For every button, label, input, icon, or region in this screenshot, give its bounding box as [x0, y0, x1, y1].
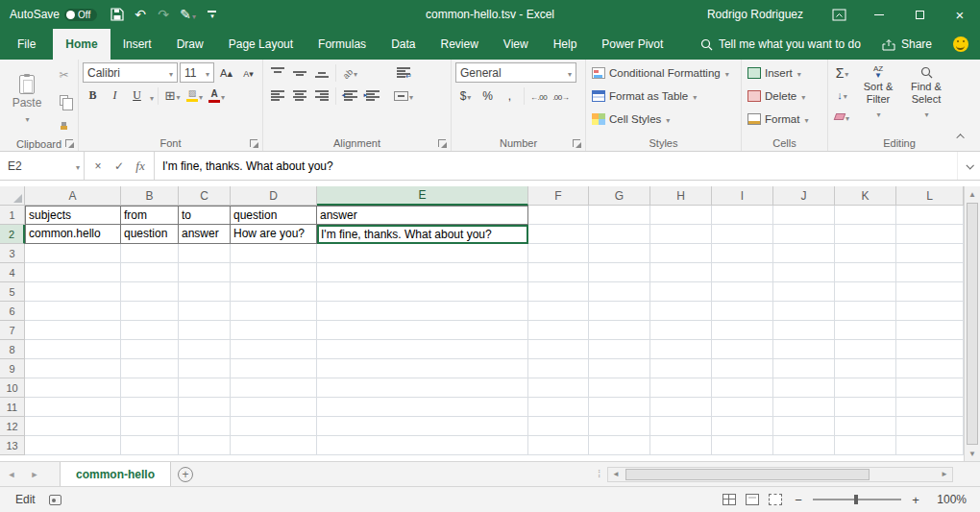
cell-C5[interactable]	[179, 282, 231, 302]
name-box[interactable]: E2	[0, 152, 85, 180]
cell-K12[interactable]	[835, 417, 896, 436]
cell-I1[interactable]	[712, 206, 773, 225]
cell-E11[interactable]	[317, 398, 528, 417]
cell-C11[interactable]	[179, 398, 231, 417]
cell-J8[interactable]	[773, 340, 835, 359]
cell-J13[interactable]	[773, 436, 835, 455]
ribbon-tab-draw[interactable]: Draw	[164, 29, 216, 60]
column-header-E[interactable]: E	[317, 186, 528, 206]
tab-splitter[interactable]: ⁞	[598, 469, 601, 479]
cell-styles-button[interactable]: Cell Styles	[590, 109, 737, 129]
increase-indent-button[interactable]	[362, 85, 382, 106]
user-name[interactable]: Rodrigo Rodriguez	[707, 8, 803, 21]
horizontal-scroll-thumb[interactable]	[625, 469, 870, 480]
cell-L13[interactable]	[896, 436, 964, 455]
cell-F2[interactable]	[528, 225, 589, 244]
cell-E12[interactable]	[317, 417, 528, 436]
cell-H4[interactable]	[650, 263, 712, 282]
pen-button[interactable]: ✎	[180, 5, 196, 24]
cell-B9[interactable]	[121, 359, 179, 378]
font-dialog-launcher[interactable]	[250, 139, 257, 147]
cell-F4[interactable]	[528, 263, 589, 282]
cell-B3[interactable]	[121, 244, 179, 263]
cell-K13[interactable]	[835, 436, 896, 455]
cell-H7[interactable]	[650, 321, 712, 340]
horizontal-scrollbar[interactable]: ◄ ►	[607, 467, 953, 482]
row-header-6[interactable]: 6	[0, 302, 25, 321]
cell-F1[interactable]	[528, 206, 589, 225]
cell-J11[interactable]	[773, 398, 835, 417]
cell-A1[interactable]: subjects	[25, 206, 121, 225]
new-sheet-button[interactable]: +	[171, 467, 200, 482]
cell-G2[interactable]	[589, 225, 650, 244]
select-all-button[interactable]	[0, 186, 25, 206]
ribbon-display-options-button[interactable]	[819, 0, 859, 29]
cell-A9[interactable]	[25, 359, 121, 378]
cell-L12[interactable]	[896, 417, 964, 436]
fill-color-button[interactable]	[184, 85, 205, 106]
cell-H12[interactable]	[650, 417, 712, 436]
cell-J7[interactable]	[773, 321, 835, 340]
number-format-select[interactable]: General	[455, 62, 576, 83]
align-center-button[interactable]	[289, 85, 309, 106]
cell-G11[interactable]	[589, 398, 650, 417]
align-middle-button[interactable]	[289, 62, 309, 83]
row-header-2[interactable]: 2	[0, 225, 25, 244]
cell-D12[interactable]	[231, 417, 317, 436]
cell-D4[interactable]	[231, 263, 317, 282]
cancel-button[interactable]: ×	[88, 157, 108, 176]
cell-E3[interactable]	[317, 244, 528, 263]
cell-G12[interactable]	[589, 417, 650, 436]
insert-cells-button[interactable]: Insert	[746, 62, 823, 83]
clear-button[interactable]	[832, 107, 852, 127]
row-header-3[interactable]: 3	[0, 244, 25, 263]
column-header-A[interactable]: A	[25, 186, 121, 206]
feedback-smiley-button[interactable]	[953, 37, 968, 52]
cell-K10[interactable]	[835, 378, 896, 398]
cell-D3[interactable]	[231, 244, 317, 263]
cell-J1[interactable]	[773, 206, 835, 225]
cell-H13[interactable]	[650, 436, 712, 455]
cell-A2[interactable]: common.hello	[25, 225, 121, 244]
cell-C12[interactable]	[179, 417, 231, 436]
cell-A13[interactable]	[25, 436, 121, 455]
cell-G4[interactable]	[589, 263, 650, 282]
cell-A12[interactable]	[25, 417, 121, 436]
cell-I9[interactable]	[712, 359, 773, 378]
column-header-B[interactable]: B	[121, 186, 179, 206]
cell-L9[interactable]	[896, 359, 964, 378]
page-break-view-button[interactable]	[769, 494, 782, 505]
cell-I4[interactable]	[712, 263, 773, 282]
orientation-button[interactable]	[340, 62, 360, 83]
ribbon-tab-page-layout[interactable]: Page Layout	[216, 29, 306, 60]
cell-H6[interactable]	[650, 302, 712, 321]
cell-C13[interactable]	[179, 436, 231, 455]
increase-decimal-button[interactable]	[528, 85, 549, 106]
format-cells-button[interactable]: Format	[746, 109, 823, 129]
ribbon-tab-home[interactable]: Home	[53, 29, 110, 60]
wrap-text-button[interactable]	[392, 62, 415, 83]
cell-B1[interactable]: from	[121, 206, 179, 225]
cell-K1[interactable]	[835, 206, 896, 225]
cell-I2[interactable]	[712, 225, 773, 244]
cell-B4[interactable]	[121, 263, 179, 282]
paste-button[interactable]: Paste	[4, 62, 50, 136]
sort-filter-button[interactable]: AZ Sort & Filter	[856, 62, 900, 124]
ribbon-tab-help[interactable]: Help	[541, 29, 590, 60]
cell-E5[interactable]	[317, 282, 528, 302]
cell-D11[interactable]	[231, 398, 317, 417]
format-as-table-button[interactable]: Format as Table	[590, 85, 737, 106]
fill-button[interactable]: ↓	[832, 85, 852, 105]
cell-I3[interactable]	[712, 244, 773, 263]
ribbon-tab-insert[interactable]: Insert	[110, 29, 164, 60]
zoom-slider-thumb[interactable]	[854, 495, 858, 504]
cell-J6[interactable]	[773, 302, 835, 321]
row-header-1[interactable]: 1	[0, 206, 25, 225]
cell-E8[interactable]	[317, 340, 528, 359]
cell-C1[interactable]: to	[179, 206, 231, 225]
cell-H11[interactable]	[650, 398, 712, 417]
vertical-scroll-thumb[interactable]	[967, 203, 978, 445]
cell-A5[interactable]	[25, 282, 121, 302]
cell-F9[interactable]	[528, 359, 589, 378]
cell-H2[interactable]	[650, 225, 712, 244]
